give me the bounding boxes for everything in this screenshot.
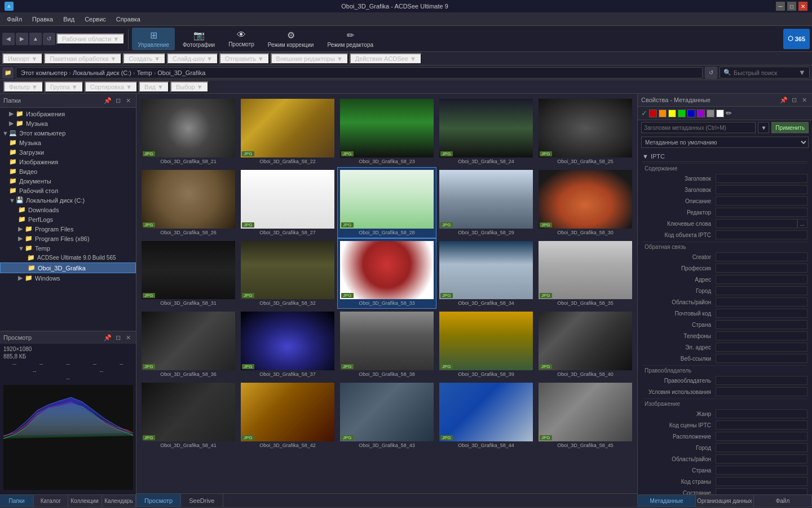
breadcrumb[interactable]: Этот компьютер › Локальный диск (C:) › T… — [16, 67, 703, 78]
meta-country2-input[interactable] — [716, 466, 807, 475]
bc-folder[interactable]: Oboi_3D_Grafika — [157, 69, 205, 76]
sort-button[interactable]: Сортировка ▼ — [85, 81, 138, 93]
tab-collections[interactable]: Коллекции — [68, 495, 102, 507]
expand-arrow[interactable]: ▶ — [18, 225, 25, 233]
menu-service[interactable]: Сервис — [80, 14, 111, 24]
default-meta-select[interactable]: Метаданные по умолчанию — [641, 137, 809, 148]
tree-item-docs[interactable]: 📁 Документы — [0, 176, 136, 186]
meta-email-input[interactable] — [716, 343, 807, 352]
meta-headline2-input[interactable] — [716, 185, 807, 194]
color-box-4[interactable] — [678, 110, 686, 117]
meta-postal-input[interactable] — [716, 309, 807, 318]
expand-arrow[interactable]: ▼ — [18, 245, 25, 252]
thumb-item-36[interactable]: JPG Oboi_3D_Grafika_58_36 — [139, 309, 238, 380]
expand-arrow[interactable]: ▶ — [9, 110, 16, 117]
tree-item-oboi[interactable]: 📁 Oboi_3D_Grafika — [0, 262, 136, 273]
develop-button[interactable]: ⚙ Режим коррекции — [262, 28, 320, 50]
meta-iptcscene-input[interactable] — [716, 421, 807, 430]
color-box-8[interactable] — [716, 110, 724, 117]
tree-item-programfilesx86[interactable]: ▶ 📁 Program Files (x86) — [0, 234, 136, 243]
minimize-button[interactable]: ─ — [776, 2, 785, 11]
meta-editor-input[interactable] — [716, 208, 807, 217]
view-button[interactable]: 👁 Просмотр — [223, 28, 260, 50]
tab-calendar[interactable]: Календарь — [102, 495, 136, 507]
nav-up-button[interactable]: ▲ — [29, 33, 42, 45]
bc-drive[interactable]: Локальный диск (C:) — [73, 69, 131, 76]
batch-button[interactable]: Пакетная обработка ▼ — [44, 53, 122, 64]
send-button[interactable]: Отправить ▼ — [219, 53, 270, 64]
thumb-item-39[interactable]: JPG Oboi_3D_Grafika_58_39 — [436, 309, 536, 380]
meta-profession-input[interactable] — [716, 264, 807, 273]
thumb-item-33[interactable]: JPG Oboi_3D_Grafika_58_33 — [337, 238, 436, 309]
expand-arrow[interactable]: ▶ — [18, 235, 25, 242]
tree-item-images[interactable]: 📁 Изображения — [0, 157, 136, 167]
meta-location-input[interactable] — [716, 432, 807, 441]
keywords-btn[interactable]: ... — [797, 219, 807, 228]
tab-folders[interactable]: Папки — [0, 495, 34, 507]
tab-file[interactable]: Файл — [754, 495, 812, 507]
thumb-item-24[interactable]: JPG Oboi_3D_Grafika_58_24 — [436, 96, 536, 167]
meta-copyright1-input[interactable] — [716, 376, 807, 385]
tree-item-music[interactable]: 📁 Музыка — [0, 138, 136, 147]
tree-item-windows[interactable]: ▶ 📁 Windows — [0, 273, 136, 283]
nav-refresh-button[interactable]: ↺ — [43, 33, 55, 45]
tab-catalog[interactable]: Каталог — [34, 495, 68, 507]
apply-button[interactable]: Применить — [771, 122, 809, 133]
thumb-item-26[interactable]: JPG Oboi_3D_Grafika_58_26 — [139, 167, 238, 238]
search-box[interactable]: 🔍 ▼ — [720, 67, 810, 78]
thumb-item-32[interactable]: JPG Oboi_3D_Grafika_58_32 — [238, 238, 337, 309]
tree-item-desktop[interactable]: 📁 Рабочий стол — [0, 186, 136, 195]
preview-float-button[interactable]: ⊡ — [113, 333, 122, 342]
meta-genre-input[interactable] — [716, 409, 807, 418]
photos-button[interactable]: 📷 Фотографии — [177, 28, 220, 50]
menu-view[interactable]: Вид — [59, 14, 79, 24]
tab-metadata[interactable]: Метаданные — [638, 495, 696, 507]
meta-city2-input[interactable] — [716, 443, 807, 452]
tree-item-images-top[interactable]: ▶ 📁 Изображения — [0, 109, 136, 119]
color-box-6[interactable] — [697, 110, 705, 117]
color-box-7[interactable] — [707, 110, 714, 117]
thumb-item-42[interactable]: JPG Oboi_3D_Grafika_58_42 — [238, 380, 337, 451]
tree-item-programfiles[interactable]: ▶ 📁 Program Files — [0, 224, 136, 234]
work-areas-button[interactable]: Рабочие области ▼ — [56, 33, 125, 45]
thumb-item-22[interactable]: JPG Oboi_3D_Grafika_58_22 — [238, 96, 337, 167]
thumb-item-28[interactable]: JPG Oboi_3D_Grafika_58_28 — [337, 167, 436, 238]
meta-countrycode-input[interactable] — [716, 477, 807, 486]
right-panel-pin-button[interactable]: 📌 — [779, 95, 788, 104]
panel-float-button[interactable]: ⊡ — [113, 96, 122, 105]
thumb-item-38[interactable]: JPG Oboi_3D_Grafika_58_38 — [337, 309, 436, 380]
tree-item-acdsee[interactable]: 📁 ACDSee Ultimate 9.0 Build 565 — [0, 253, 136, 262]
acdsee-actions-button[interactable]: Действия ACDSee ▼ — [350, 53, 422, 64]
meta-keywords-input[interactable] — [716, 219, 797, 228]
thumb-item-37[interactable]: JPG Oboi_3D_Grafika_58_37 — [238, 309, 337, 380]
expand-arrow[interactable]: ▶ — [9, 120, 16, 127]
refresh-button[interactable]: ↺ — [705, 67, 717, 79]
color-box-1[interactable] — [649, 110, 657, 117]
thumb-item-29[interactable]: JPG Oboi_3D_Grafika_58_29 — [436, 167, 536, 238]
color-box-2[interactable] — [659, 110, 667, 117]
tree-item-temp[interactable]: ▼ 📁 Temp — [0, 243, 136, 253]
manage-button[interactable]: ⊞ Управление — [132, 28, 175, 50]
search-input[interactable] — [734, 69, 796, 76]
meta-headline-input[interactable] — [716, 174, 807, 183]
meta-template-input[interactable] — [641, 122, 756, 133]
tab-seedrive[interactable]: SeeDrive — [181, 494, 223, 507]
meta-address-input[interactable] — [716, 275, 807, 284]
tree-item-music-top[interactable]: ▶ 📁 Музыка — [0, 119, 136, 128]
thumb-item-31[interactable]: JPG Oboi_3D_Grafika_58_31 — [139, 238, 238, 309]
thumb-item-23[interactable]: JPG Oboi_3D_Grafika_58_23 — [337, 96, 436, 167]
tree-item-video[interactable]: 📁 Видео — [0, 167, 136, 176]
meta-city-input[interactable] — [716, 286, 807, 295]
meta-web-input[interactable] — [716, 354, 807, 363]
meta-region2-input[interactable] — [716, 454, 807, 463]
folder-nav-button[interactable]: 📁 — [2, 67, 14, 78]
group-button[interactable]: Группа ▼ — [45, 81, 83, 93]
color-box-3[interactable] — [668, 110, 676, 117]
menu-edit[interactable]: Правка — [28, 14, 58, 24]
thumb-item-41[interactable]: JPG Oboi_3D_Grafika_58_41 — [139, 380, 238, 451]
meta-region-input[interactable] — [716, 297, 807, 306]
iptc-header[interactable]: ▼ IPTC — [642, 151, 807, 162]
select-button[interactable]: Выбор ▼ — [170, 81, 209, 93]
panel-pin-button[interactable]: 📌 — [103, 96, 112, 105]
meta-state-input[interactable] — [716, 488, 807, 494]
